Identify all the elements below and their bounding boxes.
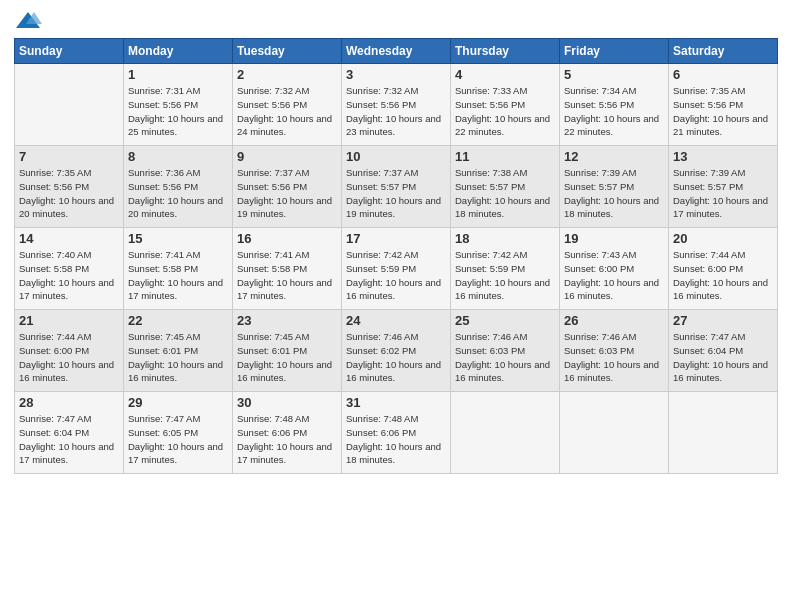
day-number: 1: [128, 67, 228, 82]
calendar-cell: 27Sunrise: 7:47 AMSunset: 6:04 PMDayligh…: [669, 310, 778, 392]
day-detail: Sunrise: 7:37 AMSunset: 5:57 PMDaylight:…: [346, 166, 446, 221]
calendar-cell: 3Sunrise: 7:32 AMSunset: 5:56 PMDaylight…: [342, 64, 451, 146]
calendar-cell: 30Sunrise: 7:48 AMSunset: 6:06 PMDayligh…: [233, 392, 342, 474]
day-number: 6: [673, 67, 773, 82]
day-number: 12: [564, 149, 664, 164]
calendar-cell: [669, 392, 778, 474]
day-number: 26: [564, 313, 664, 328]
day-number: 8: [128, 149, 228, 164]
calendar-cell: 9Sunrise: 7:37 AMSunset: 5:56 PMDaylight…: [233, 146, 342, 228]
day-number: 20: [673, 231, 773, 246]
day-number: 5: [564, 67, 664, 82]
calendar-cell: 6Sunrise: 7:35 AMSunset: 5:56 PMDaylight…: [669, 64, 778, 146]
day-detail: Sunrise: 7:48 AMSunset: 6:06 PMDaylight:…: [237, 412, 337, 467]
calendar-table: SundayMondayTuesdayWednesdayThursdayFrid…: [14, 38, 778, 474]
header-row: [14, 10, 778, 32]
day-number: 7: [19, 149, 119, 164]
day-detail: Sunrise: 7:40 AMSunset: 5:58 PMDaylight:…: [19, 248, 119, 303]
day-detail: Sunrise: 7:35 AMSunset: 5:56 PMDaylight:…: [19, 166, 119, 221]
day-detail: Sunrise: 7:42 AMSunset: 5:59 PMDaylight:…: [346, 248, 446, 303]
calendar-header: SundayMondayTuesdayWednesdayThursdayFrid…: [15, 39, 778, 64]
day-detail: Sunrise: 7:47 AMSunset: 6:04 PMDaylight:…: [19, 412, 119, 467]
day-number: 13: [673, 149, 773, 164]
week-row-4: 21Sunrise: 7:44 AMSunset: 6:00 PMDayligh…: [15, 310, 778, 392]
column-header-sunday: Sunday: [15, 39, 124, 64]
calendar-cell: 28Sunrise: 7:47 AMSunset: 6:04 PMDayligh…: [15, 392, 124, 474]
calendar-cell: 18Sunrise: 7:42 AMSunset: 5:59 PMDayligh…: [451, 228, 560, 310]
day-number: 30: [237, 395, 337, 410]
day-number: 27: [673, 313, 773, 328]
day-number: 3: [346, 67, 446, 82]
day-detail: Sunrise: 7:46 AMSunset: 6:02 PMDaylight:…: [346, 330, 446, 385]
calendar-cell: 16Sunrise: 7:41 AMSunset: 5:58 PMDayligh…: [233, 228, 342, 310]
day-number: 15: [128, 231, 228, 246]
calendar-cell: 20Sunrise: 7:44 AMSunset: 6:00 PMDayligh…: [669, 228, 778, 310]
calendar-container: SundayMondayTuesdayWednesdayThursdayFrid…: [0, 0, 792, 484]
day-detail: Sunrise: 7:32 AMSunset: 5:56 PMDaylight:…: [237, 84, 337, 139]
day-number: 28: [19, 395, 119, 410]
day-detail: Sunrise: 7:35 AMSunset: 5:56 PMDaylight:…: [673, 84, 773, 139]
calendar-cell: 4Sunrise: 7:33 AMSunset: 5:56 PMDaylight…: [451, 64, 560, 146]
day-number: 10: [346, 149, 446, 164]
day-number: 2: [237, 67, 337, 82]
calendar-cell: 26Sunrise: 7:46 AMSunset: 6:03 PMDayligh…: [560, 310, 669, 392]
logo-icon: [14, 10, 42, 32]
logo: [14, 10, 46, 32]
day-detail: Sunrise: 7:46 AMSunset: 6:03 PMDaylight:…: [455, 330, 555, 385]
column-header-thursday: Thursday: [451, 39, 560, 64]
week-row-5: 28Sunrise: 7:47 AMSunset: 6:04 PMDayligh…: [15, 392, 778, 474]
calendar-cell: 24Sunrise: 7:46 AMSunset: 6:02 PMDayligh…: [342, 310, 451, 392]
calendar-cell: 17Sunrise: 7:42 AMSunset: 5:59 PMDayligh…: [342, 228, 451, 310]
day-detail: Sunrise: 7:46 AMSunset: 6:03 PMDaylight:…: [564, 330, 664, 385]
day-detail: Sunrise: 7:39 AMSunset: 5:57 PMDaylight:…: [564, 166, 664, 221]
day-detail: Sunrise: 7:45 AMSunset: 6:01 PMDaylight:…: [128, 330, 228, 385]
day-detail: Sunrise: 7:36 AMSunset: 5:56 PMDaylight:…: [128, 166, 228, 221]
calendar-cell: 25Sunrise: 7:46 AMSunset: 6:03 PMDayligh…: [451, 310, 560, 392]
calendar-cell: 21Sunrise: 7:44 AMSunset: 6:00 PMDayligh…: [15, 310, 124, 392]
day-detail: Sunrise: 7:39 AMSunset: 5:57 PMDaylight:…: [673, 166, 773, 221]
calendar-cell: 12Sunrise: 7:39 AMSunset: 5:57 PMDayligh…: [560, 146, 669, 228]
week-row-3: 14Sunrise: 7:40 AMSunset: 5:58 PMDayligh…: [15, 228, 778, 310]
day-number: 11: [455, 149, 555, 164]
calendar-cell: 2Sunrise: 7:32 AMSunset: 5:56 PMDaylight…: [233, 64, 342, 146]
calendar-cell: 15Sunrise: 7:41 AMSunset: 5:58 PMDayligh…: [124, 228, 233, 310]
calendar-cell: 8Sunrise: 7:36 AMSunset: 5:56 PMDaylight…: [124, 146, 233, 228]
day-number: 18: [455, 231, 555, 246]
day-detail: Sunrise: 7:37 AMSunset: 5:56 PMDaylight:…: [237, 166, 337, 221]
day-detail: Sunrise: 7:41 AMSunset: 5:58 PMDaylight:…: [237, 248, 337, 303]
calendar-cell: 31Sunrise: 7:48 AMSunset: 6:06 PMDayligh…: [342, 392, 451, 474]
calendar-cell: 23Sunrise: 7:45 AMSunset: 6:01 PMDayligh…: [233, 310, 342, 392]
calendar-cell: 11Sunrise: 7:38 AMSunset: 5:57 PMDayligh…: [451, 146, 560, 228]
calendar-cell: 19Sunrise: 7:43 AMSunset: 6:00 PMDayligh…: [560, 228, 669, 310]
day-number: 14: [19, 231, 119, 246]
day-detail: Sunrise: 7:33 AMSunset: 5:56 PMDaylight:…: [455, 84, 555, 139]
calendar-cell: [15, 64, 124, 146]
day-detail: Sunrise: 7:43 AMSunset: 6:00 PMDaylight:…: [564, 248, 664, 303]
day-number: 19: [564, 231, 664, 246]
day-detail: Sunrise: 7:44 AMSunset: 6:00 PMDaylight:…: [19, 330, 119, 385]
column-header-tuesday: Tuesday: [233, 39, 342, 64]
day-number: 31: [346, 395, 446, 410]
calendar-cell: 7Sunrise: 7:35 AMSunset: 5:56 PMDaylight…: [15, 146, 124, 228]
day-number: 29: [128, 395, 228, 410]
day-number: 16: [237, 231, 337, 246]
day-number: 22: [128, 313, 228, 328]
calendar-body: 1Sunrise: 7:31 AMSunset: 5:56 PMDaylight…: [15, 64, 778, 474]
day-detail: Sunrise: 7:44 AMSunset: 6:00 PMDaylight:…: [673, 248, 773, 303]
day-detail: Sunrise: 7:42 AMSunset: 5:59 PMDaylight:…: [455, 248, 555, 303]
calendar-cell: 1Sunrise: 7:31 AMSunset: 5:56 PMDaylight…: [124, 64, 233, 146]
day-number: 4: [455, 67, 555, 82]
day-number: 24: [346, 313, 446, 328]
calendar-cell: 10Sunrise: 7:37 AMSunset: 5:57 PMDayligh…: [342, 146, 451, 228]
calendar-cell: 5Sunrise: 7:34 AMSunset: 5:56 PMDaylight…: [560, 64, 669, 146]
week-row-1: 1Sunrise: 7:31 AMSunset: 5:56 PMDaylight…: [15, 64, 778, 146]
day-detail: Sunrise: 7:32 AMSunset: 5:56 PMDaylight:…: [346, 84, 446, 139]
day-detail: Sunrise: 7:45 AMSunset: 6:01 PMDaylight:…: [237, 330, 337, 385]
calendar-cell: 22Sunrise: 7:45 AMSunset: 6:01 PMDayligh…: [124, 310, 233, 392]
day-number: 21: [19, 313, 119, 328]
day-detail: Sunrise: 7:38 AMSunset: 5:57 PMDaylight:…: [455, 166, 555, 221]
column-header-saturday: Saturday: [669, 39, 778, 64]
day-detail: Sunrise: 7:47 AMSunset: 6:05 PMDaylight:…: [128, 412, 228, 467]
calendar-cell: 14Sunrise: 7:40 AMSunset: 5:58 PMDayligh…: [15, 228, 124, 310]
column-header-wednesday: Wednesday: [342, 39, 451, 64]
